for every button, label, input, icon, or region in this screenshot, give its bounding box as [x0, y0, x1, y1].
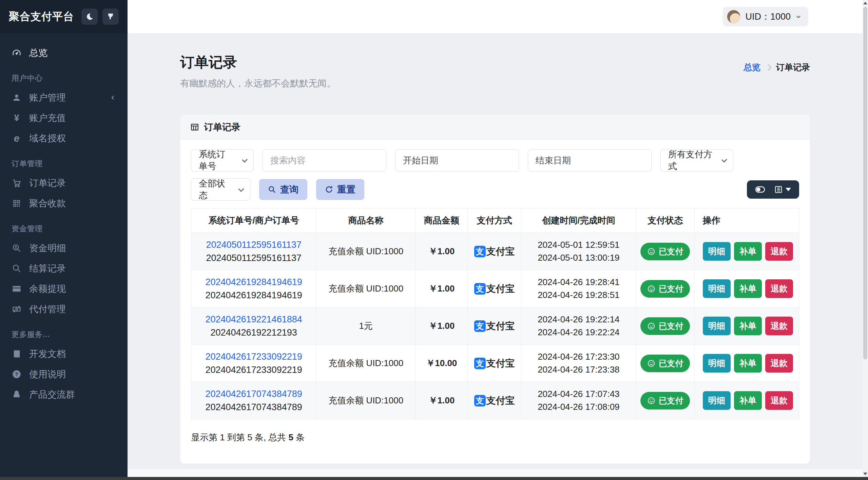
avatar [727, 10, 740, 23]
table-row: 2024042617074384789 2024042617074384789 … [191, 382, 799, 419]
sidebar-item-dev-docs[interactable]: 开发文档 [0, 344, 128, 364]
credit-card-icon [12, 284, 22, 294]
refund-button[interactable]: 退款 [765, 242, 793, 261]
col-method: 支付方式 [468, 208, 521, 233]
list-columns-icon [774, 185, 783, 194]
order-sys-link[interactable]: 2024042617074384789 [195, 389, 312, 399]
product-amount: ￥1.00 [416, 270, 468, 307]
sidebar-item-balance-withdraw[interactable]: 余额提现 [0, 279, 128, 299]
table-header-row: 系统订单号/商户订单号 商品名称 商品金额 支付方式 创建时间/完成时间 支付状… [191, 208, 799, 233]
row-actions: 明细 补单 退款 [699, 391, 795, 410]
sidebar-item-payout-manage[interactable]: 代付管理 [0, 299, 128, 319]
smiley-icon [647, 247, 655, 256]
product-name: 充值余额 UID:1000 [316, 270, 416, 307]
detail-button[interactable]: 明细 [703, 317, 731, 335]
sidebar-item-label: 使用说明 [29, 368, 66, 380]
status-select[interactable]: 全部状态 [191, 178, 250, 201]
search-type-select[interactable]: 系统订单号 [191, 149, 254, 172]
sidebar-item-aggregate-collect[interactable]: 聚合收款 [0, 193, 128, 214]
order-sys-link[interactable]: 2024042617233092219 [195, 352, 312, 362]
scroll-up-arrow[interactable] [863, 0, 868, 6]
sidebar-item-account-manage[interactable]: 账户管理 [0, 87, 128, 108]
order-mch-no: 2024042617233092219 [195, 365, 312, 375]
sidebar-item-label: 订单记录 [29, 177, 66, 189]
main-area: 订单记录 有幽默感的人，永远都不会默默无闻。 总览 订单记录 订单记录 [128, 33, 863, 470]
detail-button[interactable]: 明细 [703, 242, 731, 261]
detail-button[interactable]: 明细 [703, 354, 731, 373]
row-actions: 明细 补单 退款 [699, 354, 795, 373]
breadcrumb-current: 订单记录 [776, 62, 810, 73]
refund-button[interactable]: 退款 [765, 317, 793, 335]
sidebar-item-product-group[interactable]: 产品交流群 [0, 384, 128, 405]
status-value: 全部状态 [199, 178, 230, 201]
sidebar-item-settlement-records[interactable]: 结算记录 [0, 258, 128, 279]
alipay-icon: 支 [474, 358, 486, 369]
col-product: 商品名称 [316, 208, 416, 233]
sidebar-item-overview[interactable]: 总览 [0, 43, 128, 63]
sidebar-section-order: 订单管理 [0, 148, 128, 173]
search-input[interactable] [263, 149, 386, 172]
table-row: 2024042619284194619 2024042619284194619 … [191, 270, 799, 307]
order-sys-link[interactable]: 2024042619221461884 [195, 314, 312, 325]
query-button[interactable]: 查询 [259, 179, 307, 200]
sidebar-item-label: 账户充值 [29, 112, 66, 124]
sidebar-item-domain-auth[interactable]: e 域名授权 [0, 128, 128, 148]
pay-method-select[interactable]: 所有支付方式 [660, 149, 733, 172]
uid-label: UID：1000 [745, 11, 791, 23]
sidebar-item-order-records[interactable]: 订单记录 [0, 173, 128, 193]
alipay-icon: 支 [474, 283, 486, 295]
order-mch-no: 2024042617074384789 [195, 402, 312, 413]
scroll-down-arrow[interactable] [863, 471, 868, 477]
sidebar-item-account-recharge[interactable]: ¥ 账户充值 [0, 108, 128, 128]
page-head-left: 订单记录 有幽默感的人，永远都不会默默无闻。 [180, 53, 336, 89]
end-date-input[interactable] [528, 149, 652, 172]
sidebar-section-funds: 资金管理 [0, 214, 128, 238]
reissue-button[interactable]: 补单 [734, 242, 762, 261]
book-icon [12, 349, 22, 359]
sidebar-item-fund-details[interactable]: $ 资金明细 [0, 238, 128, 258]
refund-button[interactable]: 退款 [765, 279, 793, 298]
money-transfer-icon [12, 304, 22, 314]
svg-text:$: $ [15, 245, 17, 249]
detail-button[interactable]: 明细 [703, 279, 731, 298]
scrollbar-thumb[interactable] [863, 7, 867, 359]
topbar: UID：1000 [128, 0, 863, 33]
refund-button[interactable]: 退款 [765, 391, 793, 410]
sidebar-item-usage-guide[interactable]: ? 使用说明 [0, 364, 128, 384]
reissue-button[interactable]: 补单 [734, 354, 762, 373]
detail-button[interactable]: 明细 [703, 391, 731, 410]
row-actions: 明细 补单 退款 [699, 279, 795, 298]
product-name: 1元 [316, 307, 416, 345]
reissue-button[interactable]: 补单 [734, 391, 762, 410]
pay-method: 支支付宝 [474, 245, 515, 258]
card-header-title: 订单记录 [204, 121, 240, 133]
columns-dropdown-button[interactable] [774, 185, 791, 194]
reissue-button[interactable]: 补单 [734, 317, 762, 335]
col-time: 创建时间/完成时间 [521, 208, 636, 233]
dark-mode-button[interactable] [81, 8, 98, 25]
sidebar-item-label: 开发文档 [29, 348, 66, 360]
reissue-button[interactable]: 补单 [734, 279, 762, 298]
theme-button[interactable] [102, 8, 119, 25]
table-row: 2024042617233092219 2024042617233092219 … [191, 345, 799, 382]
order-times: 2024-04-26 17:23:302024-04-26 17:23:38 [521, 345, 636, 382]
order-sys-link[interactable]: 2024042619284194619 [195, 277, 312, 287]
paintbrush-icon [107, 13, 115, 21]
moon-icon [85, 13, 94, 21]
status-badge: 已支付 [640, 317, 690, 335]
refund-button[interactable]: 退款 [765, 354, 793, 373]
toggle-view-button[interactable] [755, 186, 765, 193]
breadcrumb-root[interactable]: 总览 [744, 62, 760, 73]
user-menu-button[interactable]: UID：1000 [723, 7, 808, 26]
pagination-summary: 显示第 1 到第 5 条, 总共 5 条 [191, 432, 799, 443]
pay-method: 支支付宝 [474, 320, 515, 333]
start-date-input[interactable] [395, 149, 519, 172]
status-badge: 已支付 [640, 243, 690, 260]
pay-method: 支支付宝 [474, 282, 515, 295]
orders-table: 系统订单号/商户订单号 商品名称 商品金额 支付方式 创建时间/完成时间 支付状… [191, 208, 799, 419]
order-sys-link[interactable]: 2024050112595161137 [195, 240, 312, 250]
scrollbar[interactable] [863, 0, 868, 480]
sidebar-header: 聚合支付平台 [0, 0, 128, 33]
alipay-icon: 支 [474, 246, 486, 257]
reset-button[interactable]: 重置 [316, 179, 364, 200]
